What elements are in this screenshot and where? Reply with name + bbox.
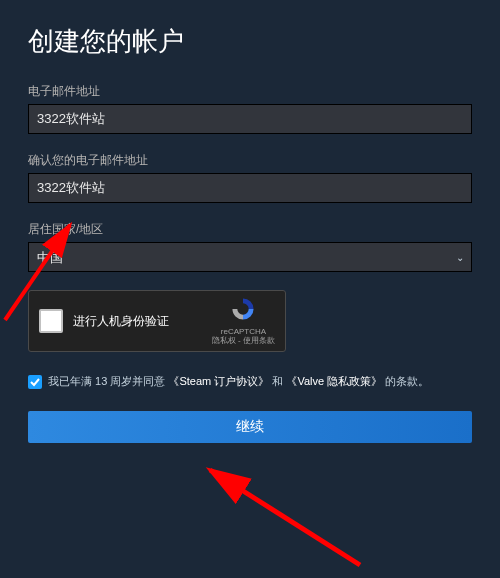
check-icon (30, 377, 40, 387)
email-field-group: 电子邮件地址 (28, 83, 472, 134)
annotation-arrow-2 (150, 460, 370, 570)
recaptcha-widget[interactable]: 进行人机身份验证 reCAPTCHA 隐私权 - 使用条款 (28, 290, 286, 352)
country-field-group: 居住国家/地区 中国 ⌄ (28, 221, 472, 272)
agree-row: 我已年满 13 周岁并同意 《Steam 订户协议》 和 《Valve 隐私政策… (28, 374, 472, 389)
country-label: 居住国家/地区 (28, 221, 472, 238)
country-select[interactable]: 中国 (28, 242, 472, 272)
svg-line-1 (210, 470, 360, 565)
subscriber-agreement-link[interactable]: 《Steam 订户协议》 (168, 375, 269, 387)
recaptcha-checkbox[interactable] (39, 309, 63, 333)
continue-button[interactable]: 继续 (28, 411, 472, 443)
confirm-email-field-group: 确认您的电子邮件地址 (28, 152, 472, 203)
email-input[interactable] (28, 104, 472, 134)
recaptcha-branding: reCAPTCHA 隐私权 - 使用条款 (212, 296, 275, 346)
confirm-email-input[interactable] (28, 173, 472, 203)
privacy-policy-link[interactable]: 《Valve 隐私政策》 (286, 375, 382, 387)
agree-text: 我已年满 13 周岁并同意 《Steam 订户协议》 和 《Valve 隐私政策… (48, 374, 429, 389)
recaptcha-icon (230, 296, 256, 322)
agree-checkbox[interactable] (28, 375, 42, 389)
recaptcha-label: 进行人机身份验证 (73, 313, 169, 330)
page-title: 创建您的帐户 (28, 24, 472, 59)
confirm-email-label: 确认您的电子邮件地址 (28, 152, 472, 169)
email-label: 电子邮件地址 (28, 83, 472, 100)
